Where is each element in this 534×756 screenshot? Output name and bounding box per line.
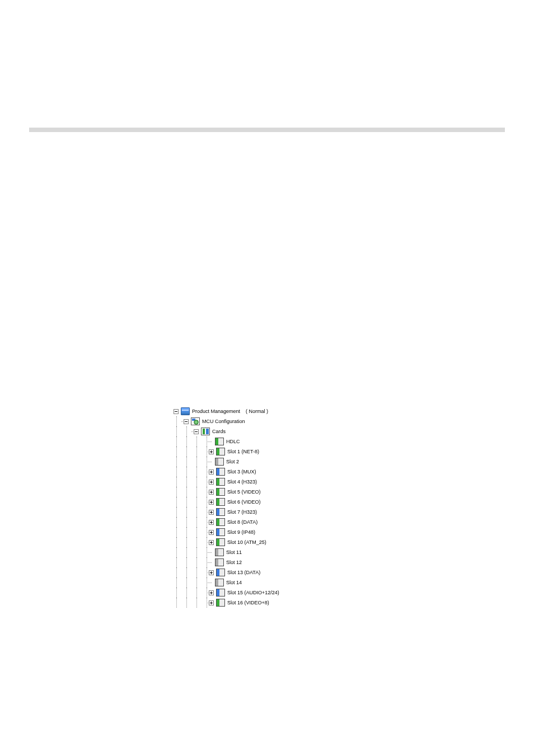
expand-icon[interactable] (209, 520, 214, 525)
tree-label: Slot 4 (H323) (227, 480, 257, 485)
expand-icon[interactable] (209, 469, 214, 475)
card-icon (216, 468, 225, 476)
tree-node-slot[interactable]: Slot 2 (174, 457, 279, 467)
collapse-icon[interactable] (174, 409, 179, 414)
tree-label: Slot 15 (AUDIO+12/24) (227, 590, 279, 595)
tree-label: Slot 9 (IP48) (227, 530, 255, 535)
tree-node-slot[interactable]: Slot 14 (174, 577, 279, 588)
tree-node-cards[interactable]: Cards (174, 426, 279, 436)
cards-icon (201, 428, 210, 435)
tree-label: Slot 12 (226, 560, 242, 565)
tree-label: Slot 16 (VIDEO+8) (227, 600, 269, 605)
tree-label: Slot 6 (VIDEO) (227, 500, 261, 505)
card-icon (215, 579, 224, 586)
expand-icon[interactable] (209, 490, 214, 495)
tree-node-slot[interactable]: Slot 8 (DATA) (174, 517, 279, 527)
tree-label: Slot 8 (DATA) (227, 520, 257, 525)
tree-label: Product Management (192, 409, 240, 414)
card-icon (216, 448, 225, 456)
expand-icon[interactable] (209, 500, 214, 505)
tree-label: Slot 14 (226, 580, 242, 585)
tree-node-slot[interactable]: Slot 11 (174, 547, 279, 557)
tree-view: Product Management ( Normal ) MCU Config… (174, 406, 279, 608)
tree-node-slot[interactable]: Slot 1 (NET-8) (174, 447, 279, 457)
tree-label: Slot 13 (DATA) (227, 570, 260, 575)
tree-node-slot[interactable]: Slot 12 (174, 557, 279, 567)
tree-node-slot[interactable]: Slot 4 (H323) (174, 477, 279, 487)
tree-node-slot[interactable]: Slot 5 (VIDEO) (174, 487, 279, 497)
card-icon (216, 498, 225, 506)
tree-node-slot[interactable]: Slot 6 (VIDEO) (174, 497, 279, 507)
card-icon (215, 438, 224, 445)
tree-label: Slot 3 (MUX) (227, 469, 256, 475)
card-icon (216, 528, 225, 536)
card-icon (216, 599, 225, 607)
tree-node-slot[interactable]: Slot 13 (DATA) (174, 567, 279, 577)
expand-icon[interactable] (209, 540, 214, 545)
tree-node-slot[interactable]: Slot 7 (H323) (174, 507, 279, 517)
card-icon (215, 458, 224, 466)
tree-node-root[interactable]: Product Management ( Normal ) (174, 406, 279, 416)
tree-label: Slot 7 (H323) (227, 510, 257, 515)
card-icon (216, 488, 225, 496)
collapse-icon[interactable] (184, 419, 189, 424)
expand-icon[interactable] (209, 590, 214, 595)
card-icon (216, 508, 225, 516)
collapse-icon[interactable] (194, 429, 199, 434)
expand-icon[interactable] (209, 480, 214, 485)
tree-node-slot[interactable]: HDLC (174, 436, 279, 447)
expand-icon[interactable] (209, 600, 214, 605)
status-text: ( Normal ) (246, 409, 268, 414)
expand-icon[interactable] (209, 570, 214, 575)
tree-label: Slot 11 (226, 550, 242, 555)
card-icon (216, 518, 225, 526)
expand-icon[interactable] (209, 510, 214, 515)
card-icon (215, 558, 224, 566)
rack-icon (181, 407, 190, 415)
tree-label: Slot 1 (NET-8) (227, 449, 259, 454)
tree-node-slot[interactable]: Slot 16 (VIDEO+8) (174, 598, 279, 608)
header-band (29, 128, 505, 132)
tree-label: MCU Configuration (202, 419, 245, 424)
tree-node-slot[interactable]: Slot 3 (MUX) (174, 467, 279, 477)
card-icon (216, 538, 225, 546)
tree-label: Slot 2 (226, 459, 239, 464)
card-icon (215, 548, 224, 556)
tree-label: HDLC (226, 439, 240, 444)
card-icon (216, 569, 225, 576)
tree-label: Slot 5 (VIDEO) (227, 490, 261, 495)
card-icon (216, 589, 225, 597)
expand-icon[interactable] (209, 449, 214, 454)
tree-node-slot[interactable]: Slot 15 (AUDIO+12/24) (174, 588, 279, 598)
tree-node-mcu[interactable]: MCU Configuration (174, 416, 279, 426)
config-icon (191, 417, 200, 425)
expand-icon[interactable] (209, 530, 214, 535)
tree-label: Slot 10 (ATM_25) (227, 540, 266, 545)
tree-node-slot[interactable]: Slot 9 (IP48) (174, 527, 279, 537)
card-icon (216, 478, 225, 486)
tree-node-slot[interactable]: Slot 10 (ATM_25) (174, 537, 279, 547)
tree-label: Cards (212, 429, 226, 434)
